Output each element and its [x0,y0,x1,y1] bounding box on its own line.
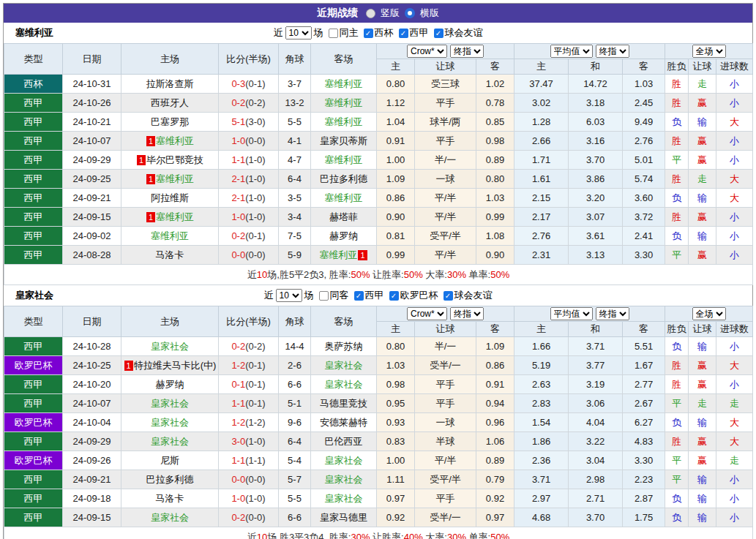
home-team-link[interactable]: 巴塞罗那 [151,116,189,127]
competition-label: 欧罗巴杯 [400,289,438,302]
away-team-cell: 塞维利亚 [311,113,377,132]
home-team-link[interactable]: 毕尔巴鄂竞技 [146,154,203,165]
competition-badge: 西甲 [4,432,63,451]
home-team-link[interactable]: 塞维利亚 [156,211,194,222]
home-team-link[interactable]: 阿拉维斯 [151,192,189,203]
bookmaker-final-select[interactable]: 终指 [450,307,484,320]
competition-badge: 西甲 [4,208,63,227]
away-team-link[interactable]: 安德莱赫特 [320,417,367,428]
competition-checkbox[interactable]: ✓ [444,291,453,301]
match-date: 24-09-26 [63,451,121,470]
home-team-cell: 巴塞罗那 [121,113,219,132]
away-team-link[interactable]: 塞维利亚 [325,78,363,89]
result-outcome: 平 [665,470,689,489]
away-team-link[interactable]: 马德里竞技 [320,398,367,409]
competition-badge: 西甲 [4,151,63,170]
odds-home: 1.00 [377,451,415,470]
competition-checkbox[interactable]: ✓ [434,29,444,38]
radio-vertical-layout[interactable] [366,9,375,18]
match-date: 24-09-02 [63,227,121,246]
odds-home: 1.12 [377,94,415,113]
away-team-link[interactable]: 皇家社会 [325,474,363,485]
competition-checkbox[interactable]: ✓ [399,29,408,38]
bookmaker-select[interactable]: Crow* [407,307,447,320]
average-final-select[interactable]: 终指 [596,307,629,320]
average-select[interactable]: 平均值 [550,45,593,58]
away-team-link[interactable]: 赫罗纳 [329,230,358,241]
away-team-link[interactable]: 皇家社会 [325,360,363,371]
average-select[interactable]: 平均值 [550,307,593,320]
home-team-link[interactable]: 皇家社会 [151,417,189,428]
away-team-link[interactable]: 皇家社会 [325,455,363,466]
away-team-link[interactable]: 奥萨苏纳 [325,341,363,352]
odds-select-header: Crow*终指 [377,306,514,322]
results-table: 类型日期主场比分(半场)角球客场 Crow*终指 平均值终指 全场 主让球客主和… [4,306,753,539]
team-name: 塞维利亚 [15,26,53,39]
home-team-link[interactable]: 赫罗纳 [156,379,184,390]
home-team-link[interactable]: 马洛卡 [156,493,184,504]
scope-select[interactable]: 全场 [692,45,726,58]
result-goals: 大 [716,170,753,189]
home-team-cell: 阿拉维斯 [121,189,219,208]
away-team-link[interactable]: 巴拉多利德 [320,173,367,184]
match-row: 西甲 24-10-20 赫罗纳 0-1(0-1) 6-6 皇家社会 0.98 平… [4,375,753,394]
away-team-link[interactable]: 塞维利亚 [325,154,363,165]
match-row: 西甲 24-09-29 1毕尔巴鄂竞技 1-1(1-0) 4-7 塞维利亚 1.… [4,151,753,170]
home-team-link[interactable]: 皇家社会 [151,512,189,523]
odds-away: 0.91 [476,375,514,394]
match-row: 西甲 24-09-15 1塞维利亚 1-0(1-0) 3-4 赫塔菲 0.90 … [4,208,753,227]
match-count-select[interactable]: 10 [276,289,302,302]
match-score: 5-1(3-0) [219,113,279,132]
same-venue-checkbox[interactable] [319,291,329,301]
away-team-cell: 赫塔菲 [311,208,377,227]
away-team-link[interactable]: 塞维利亚 [325,116,363,127]
average-final-select[interactable]: 终指 [596,45,629,58]
home-team-link[interactable]: 皇家社会 [151,436,189,447]
home-team-link[interactable]: 皇家社会 [151,341,189,352]
home-team-link[interactable]: 尼斯 [160,455,179,466]
avg-draw: 3.77 [569,356,623,375]
away-team-link[interactable]: 塞维利亚 [325,192,363,203]
column-header: 比分(半场) [219,306,279,337]
bookmaker-final-select[interactable]: 终指 [450,45,484,58]
home-team-link[interactable]: 塞维利亚 [156,173,194,184]
competition-checkbox[interactable]: ✓ [354,291,364,301]
away-team-link[interactable]: 赫塔菲 [329,211,358,222]
bookmaker-select[interactable]: Crow* [407,45,447,58]
home-team-link[interactable]: 皇家社会 [151,398,189,409]
away-team-cell: 塞维利亚 [311,94,377,113]
odds-home: 0.86 [377,189,415,208]
odds-home: 1.00 [377,151,415,170]
odds-handicap: 球半/两 [415,113,476,132]
competition-checkbox[interactable]: ✓ [389,291,399,301]
match-count-select[interactable]: 10 [285,26,312,39]
avg-home: 5.19 [514,356,569,375]
same-venue-checkbox[interactable] [329,29,338,38]
home-team-link[interactable]: 西班牙人 [151,97,189,108]
home-team-link[interactable]: 塞维利亚 [151,230,189,241]
home-team-link[interactable]: 巴拉多利德 [146,474,194,485]
odds-handicap: 一球 [415,170,476,189]
result-outcome: 胜 [665,75,689,94]
radio-horizontal-layout[interactable] [405,8,415,18]
odds-home: 1.03 [377,356,415,375]
away-team-link[interactable]: 皇家社会 [325,379,363,390]
away-team-link[interactable]: 皇家社会 [325,493,363,504]
competition-badge: 西甲 [4,394,63,413]
away-team-link[interactable]: 皇家贝蒂斯 [320,135,367,146]
home-team-cell: 马洛卡 [121,246,219,265]
home-team-link[interactable]: 拉斯洛查斯 [146,78,194,89]
away-team-link[interactable]: 皇家马德里 [320,512,367,523]
match-date: 24-09-29 [63,151,121,170]
home-team-link[interactable]: 塞维利亚 [156,135,194,146]
competition-checkbox[interactable]: ✓ [364,29,373,38]
away-team-link[interactable]: 塞维利亚 [319,249,357,260]
home-team-link[interactable]: 特拉维夫马卡比(中) [134,360,217,371]
away-team-link[interactable]: 塞维利亚 [325,97,363,108]
scope-select[interactable]: 全场 [692,307,726,320]
home-team-link[interactable]: 马洛卡 [156,249,184,260]
away-team-link[interactable]: 巴伦西亚 [325,436,363,447]
avg-home: 2.76 [514,227,569,246]
avg-draw: 3.61 [569,227,623,246]
result-handicap: 输 [689,508,716,527]
